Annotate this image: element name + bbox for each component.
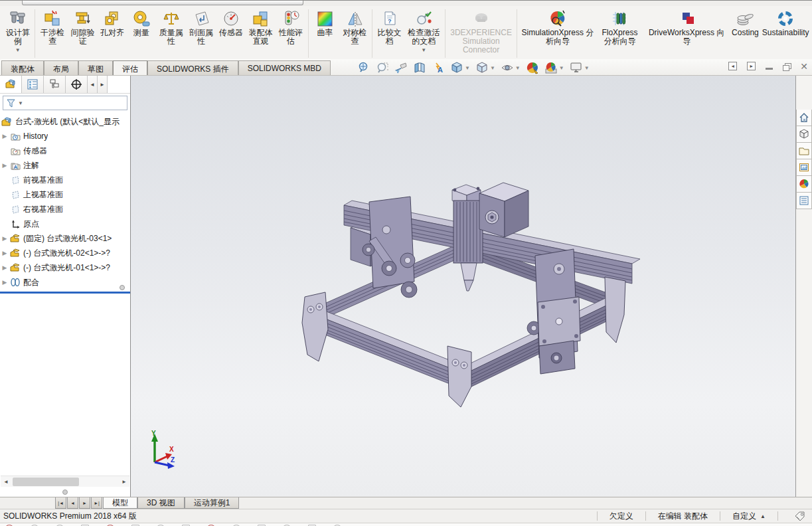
expand-arrow-icon[interactable]: ▶: [0, 264, 9, 271]
scrollbar-thumb[interactable]: [13, 478, 79, 486]
rollback-handle[interactable]: [120, 285, 125, 290]
hide-show-items-button[interactable]: ▼: [499, 60, 522, 75]
previous-view-button[interactable]: [393, 60, 409, 75]
tab-3d-views[interactable]: 3D 视图: [137, 497, 185, 509]
tree-item-component-03[interactable]: ▶ (固定) 台式激光机-03<1>: [0, 231, 130, 246]
display-style-button[interactable]: ▼: [474, 60, 497, 75]
simulationxpress-button[interactable]: SimulationXpress 分析向导: [519, 8, 596, 46]
zoom-to-fit-button[interactable]: [356, 60, 372, 75]
expand-arrow-icon[interactable]: ▶: [0, 235, 9, 242]
dropdown-arrow-icon[interactable]: ▼: [559, 65, 564, 71]
expand-arrow-icon[interactable]: ▶: [0, 279, 9, 286]
expand-arrow-icon[interactable]: ▶: [0, 250, 9, 256]
sustainability-button[interactable]: Sustainability: [760, 8, 811, 38]
tab-scroll-left-button[interactable]: ◄: [88, 76, 98, 93]
expand-arrow-icon[interactable]: ▶: [0, 133, 9, 139]
measure-button[interactable]: 测量: [127, 8, 156, 38]
tree-item-top-plane[interactable]: 上视基准面: [0, 187, 130, 202]
tree-item-history[interactable]: ▶ History: [0, 129, 130, 143]
scroll-right-arrow-icon[interactable]: ►: [119, 477, 129, 487]
tree-item-sensors[interactable]: 传感器: [0, 143, 130, 158]
tree-filter-input[interactable]: ▼: [3, 96, 127, 110]
laser-engraver-model[interactable]: [131, 76, 795, 497]
dropdown-arrow-icon[interactable]: ▼: [584, 65, 590, 71]
view-orientation-button[interactable]: ▼: [449, 60, 471, 75]
tab-motion-study-1[interactable]: 运动算例1: [185, 497, 240, 509]
tab-evaluate[interactable]: 评估: [113, 60, 147, 75]
floxpress-button[interactable]: FloXpress 分析向导: [596, 8, 643, 46]
custom-status-dropdown[interactable]: 自定义▲: [720, 511, 777, 521]
previous-tab-button[interactable]: ◄: [67, 497, 78, 509]
annotations-button[interactable]: A: [430, 60, 446, 75]
tags-button[interactable]: [777, 511, 812, 521]
design-study-button[interactable]: 设计算例 ▼: [3, 8, 33, 54]
sensors-button[interactable]: 传感器: [216, 8, 246, 38]
tab-configurationmanager[interactable]: [44, 76, 66, 93]
zoom-to-area-button[interactable]: [374, 60, 390, 75]
symmetry-check-button[interactable]: 对称检查: [339, 8, 369, 46]
clearance-verify-button[interactable]: 间隙验证: [68, 8, 98, 46]
tab-solidworks-mbd[interactable]: SOLIDWORKS MBD: [238, 60, 331, 75]
dropdown-arrow-icon[interactable]: ▼: [421, 47, 426, 53]
tree-item-component-02[interactable]: ▶ (-) 台式激光机-02<1>->?: [0, 246, 130, 260]
section-properties-button[interactable]: 剖面属性: [186, 8, 216, 46]
tree-item-right-plane[interactable]: 右视基准面: [0, 202, 130, 217]
graphics-viewport[interactable]: Y X Z: [131, 76, 795, 497]
view-settings-button[interactable]: ▼: [568, 60, 591, 75]
tree-item-component-01[interactable]: ▶ (-) 台式激光机-01<1>->?: [0, 260, 130, 275]
dropdown-arrow-icon[interactable]: ▼: [18, 100, 23, 106]
collapse-right-pane-button[interactable]: ►: [747, 62, 756, 70]
curvature-button[interactable]: 曲率: [310, 8, 339, 38]
tab-assembly[interactable]: 装配体: [1, 60, 44, 75]
dropdown-arrow-icon[interactable]: ▼: [465, 65, 470, 71]
driveworksxpress-button[interactable]: DriveWorksXpress 向导: [643, 8, 730, 46]
tab-sketch[interactable]: 草图: [78, 60, 113, 75]
tab-featuremanager-design-tree[interactable]: [0, 76, 22, 93]
tree-item-origin[interactable]: 原点: [0, 217, 130, 231]
panel-collapse-handle[interactable]: [0, 487, 130, 497]
tab-dimxpertmanager[interactable]: [66, 76, 88, 93]
minimize-button[interactable]: [766, 68, 773, 70]
costing-button[interactable]: Costing: [730, 8, 760, 38]
tree-horizontal-scrollbar[interactable]: ◄ ►: [1, 476, 129, 487]
dropdown-arrow-icon[interactable]: ▼: [490, 65, 495, 71]
scrollbar-track[interactable]: [11, 477, 119, 487]
tree-root-assembly[interactable]: 台式-激光机 (默认<默认_显示: [0, 114, 130, 129]
tree-item-mates[interactable]: ▶ 配合: [0, 275, 130, 290]
dropdown-arrow-icon[interactable]: ▼: [15, 47, 21, 53]
dropdown-arrow-icon[interactable]: ▼: [515, 65, 521, 71]
apply-scene-button[interactable]: ▼: [543, 60, 566, 75]
view-palette-button[interactable]: [796, 159, 812, 176]
file-explorer-button[interactable]: [796, 143, 812, 159]
tab-scroll-right-button[interactable]: ►: [98, 76, 108, 93]
close-button[interactable]: ✕: [800, 62, 808, 70]
tab-layout[interactable]: 布局: [44, 60, 78, 75]
check-active-document-button[interactable]: 检查激活的文档 ▼: [404, 8, 443, 54]
restore-button[interactable]: [783, 63, 790, 70]
solidworks-resources-button[interactable]: [796, 110, 812, 126]
compare-documents-label: 比较文档: [376, 29, 402, 46]
last-tab-button[interactable]: ►|: [91, 497, 102, 509]
tree-item-front-plane[interactable]: 前视基准面: [0, 173, 130, 187]
hole-alignment-button[interactable]: 孔对齐: [98, 8, 127, 38]
tab-solidworks-addins[interactable]: SOLIDWORKS 插件: [147, 60, 238, 75]
tab-propertymanager[interactable]: [22, 76, 44, 93]
next-tab-button[interactable]: ►: [79, 497, 90, 509]
section-view-button[interactable]: [412, 60, 428, 75]
rollback-bar[interactable]: [0, 292, 130, 294]
compare-documents-button[interactable]: ? 比较文档: [374, 8, 404, 46]
tree-item-annotations[interactable]: ▶ A 注解: [0, 158, 130, 173]
collapse-left-pane-button[interactable]: ◄: [728, 62, 737, 70]
assembly-visualization-button[interactable]: 装配体直观: [246, 8, 276, 46]
design-library-button[interactable]: [796, 126, 812, 143]
tab-model[interactable]: 模型: [103, 497, 137, 509]
appearances-scenes-button[interactable]: [796, 176, 812, 193]
mass-properties-button[interactable]: 质量属性: [156, 8, 186, 46]
scroll-left-arrow-icon[interactable]: ◄: [1, 477, 11, 487]
interference-check-button[interactable]: 干涉检查: [37, 8, 67, 46]
edit-appearance-button[interactable]: [525, 60, 540, 75]
performance-evaluation-button[interactable]: 性能评估: [276, 8, 305, 46]
first-tab-button[interactable]: |◄: [55, 497, 66, 509]
custom-properties-button[interactable]: [796, 193, 812, 209]
expand-arrow-icon[interactable]: ▶: [0, 162, 9, 169]
